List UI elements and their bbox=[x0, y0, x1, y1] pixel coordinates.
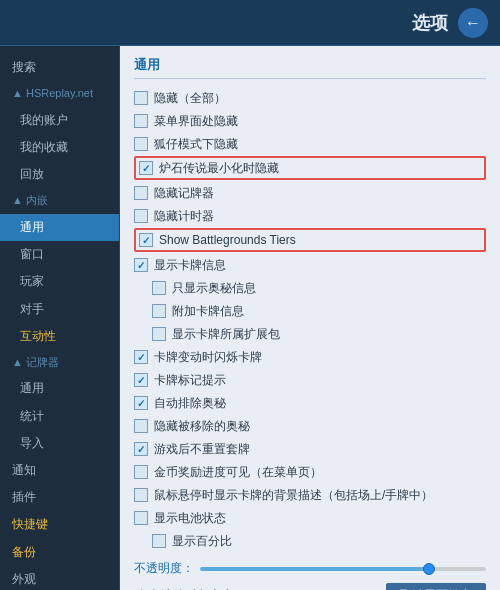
sidebar: 搜索 ▲ HSReplay.net 我的账户 我的收藏 回放 ▲ 内嵌 通用 窗… bbox=[0, 46, 120, 590]
checkbox-hide-mini[interactable] bbox=[134, 137, 148, 151]
label-show-percent: 显示百分比 bbox=[172, 532, 232, 550]
sidebar-item-window[interactable]: 窗口 bbox=[0, 241, 119, 268]
label-reset-deck: 游戏后不重置套牌 bbox=[154, 440, 250, 458]
label-mouse-desc: 鼠标悬停时显示卡牌的背景描述（包括场上/手牌中） bbox=[154, 486, 433, 504]
checkbox-show-expansion[interactable] bbox=[152, 327, 166, 341]
checkbox-hide-menu[interactable] bbox=[134, 114, 148, 128]
slider-thumb bbox=[423, 563, 435, 575]
sidebar-item-interactive[interactable]: 互动性 bbox=[0, 323, 119, 350]
checkbox-card-mark[interactable] bbox=[134, 373, 148, 387]
label-hide-timer: 隐藏计时器 bbox=[154, 207, 214, 225]
opacity-label: 不透明度： bbox=[134, 560, 194, 577]
checkbox-add-card-info[interactable] bbox=[152, 304, 166, 318]
sidebar-item-import[interactable]: 导入 bbox=[0, 430, 119, 457]
label-hide-removed: 隐藏被移除的奥秘 bbox=[154, 417, 250, 435]
label-show-bg-tiers: Show Battlegrounds Tiers bbox=[159, 231, 296, 249]
checkbox-show-bg-tiers[interactable] bbox=[139, 233, 153, 247]
option-hide-all: 隐藏（全部） bbox=[134, 87, 486, 109]
label-show-expansion: 显示卡牌所属扩展包 bbox=[172, 325, 280, 343]
sidebar-section-builtin: ▲ 内嵌 bbox=[0, 188, 119, 214]
checkbox-show-percent[interactable] bbox=[152, 534, 166, 548]
sidebar-item-appearance[interactable]: 外观 bbox=[0, 566, 119, 590]
page-title: 选项 bbox=[412, 11, 448, 35]
option-show-battery: 显示电池状态 bbox=[134, 507, 486, 529]
option-auto-secret: 自动排除奥秘 bbox=[134, 392, 486, 414]
opacity-slider[interactable] bbox=[200, 567, 486, 571]
option-mouse-desc: 鼠标悬停时显示卡牌的背景描述（包括场上/手牌中） bbox=[134, 484, 486, 506]
main-layout: 搜索 ▲ HSReplay.net 我的账户 我的收藏 回放 ▲ 内嵌 通用 窗… bbox=[0, 46, 500, 590]
checkbox-hide-removed[interactable] bbox=[134, 419, 148, 433]
label-flash-card: 卡牌变动时闪烁卡牌 bbox=[154, 348, 262, 366]
option-hide-timer: 隐藏计时器 bbox=[134, 205, 486, 227]
option-show-card-info: 显示卡牌信息 bbox=[134, 254, 486, 276]
unlock-button[interactable]: 取消界面锁定 bbox=[386, 583, 486, 590]
label-hide-all: 隐藏（全部） bbox=[154, 89, 226, 107]
option-only-secret: 只显示奥秘信息 bbox=[134, 277, 486, 299]
option-hide-deck: 隐藏记牌器 bbox=[134, 182, 486, 204]
option-gold-progress: 金币奖励进度可见（在菜单页） bbox=[134, 461, 486, 483]
label-only-secret: 只显示奥秘信息 bbox=[172, 279, 256, 297]
checkbox-reset-deck[interactable] bbox=[134, 442, 148, 456]
content-area: 通用 隐藏（全部） 菜单界面处隐藏 狐仔模式下隐藏 炉石传说最小化时隐藏 隐藏记… bbox=[120, 46, 500, 590]
option-hide-removed: 隐藏被移除的奥秘 bbox=[134, 415, 486, 437]
sidebar-item-my-account[interactable]: 我的账户 bbox=[0, 107, 119, 134]
back-button[interactable]: ← bbox=[458, 8, 488, 38]
sidebar-section-recorder: ▲ 记牌器 bbox=[0, 350, 119, 376]
checkbox-flash-card[interactable] bbox=[134, 350, 148, 364]
checkbox-auto-secret[interactable] bbox=[134, 396, 148, 410]
sidebar-item-plugin[interactable]: 插件 bbox=[0, 484, 119, 511]
sidebar-item-search[interactable]: 搜索 bbox=[0, 54, 119, 81]
sidebar-item-opponent[interactable]: 对手 bbox=[0, 296, 119, 323]
sidebar-item-backup[interactable]: 备份 bbox=[0, 539, 119, 566]
label-hide-menu: 菜单界面处隐藏 bbox=[154, 112, 238, 130]
label-auto-secret: 自动排除奥秘 bbox=[154, 394, 226, 412]
sidebar-item-my-collection[interactable]: 我的收藏 bbox=[0, 134, 119, 161]
option-card-mark: 卡牌标记提示 bbox=[134, 369, 486, 391]
sidebar-item-replay[interactable]: 回放 bbox=[0, 161, 119, 188]
label-hide-mini: 狐仔模式下隐藏 bbox=[154, 135, 238, 153]
sidebar-item-general[interactable]: 通用 bbox=[0, 214, 119, 241]
label-card-mark: 卡牌标记提示 bbox=[154, 371, 226, 389]
option-reset-deck: 游戏后不重置套牌 bbox=[134, 438, 486, 460]
checkbox-only-secret[interactable] bbox=[152, 281, 166, 295]
checkbox-hide-deck[interactable] bbox=[134, 186, 148, 200]
option-show-percent: 显示百分比 bbox=[134, 530, 486, 552]
opacity-row: 不透明度： bbox=[134, 560, 486, 577]
option-flash-card: 卡牌变动时闪烁卡牌 bbox=[134, 346, 486, 368]
option-hide-menu: 菜单界面处隐藏 bbox=[134, 110, 486, 132]
option-hide-mini: 狐仔模式下隐藏 bbox=[134, 133, 486, 155]
sidebar-item-player[interactable]: 玩家 bbox=[0, 268, 119, 295]
section-title: 通用 bbox=[134, 56, 486, 79]
sidebar-section-hsreplay: ▲ HSReplay.net bbox=[0, 81, 119, 107]
checkbox-show-battery[interactable] bbox=[134, 511, 148, 525]
checkbox-show-card-info[interactable] bbox=[134, 258, 148, 272]
label-gold-progress: 金币奖励进度可见（在菜单页） bbox=[154, 463, 322, 481]
sidebar-item-rec-general[interactable]: 通用 bbox=[0, 375, 119, 402]
label-hide-deck: 隐藏记牌器 bbox=[154, 184, 214, 202]
label-add-card-info: 附加卡牌信息 bbox=[172, 302, 244, 320]
sidebar-item-notify[interactable]: 通知 bbox=[0, 457, 119, 484]
label-show-card-info: 显示卡牌信息 bbox=[154, 256, 226, 274]
label-hide-hs-mini: 炉石传说最小化时隐藏 bbox=[159, 159, 279, 177]
sidebar-item-hotkey[interactable]: 快捷键 bbox=[0, 511, 119, 538]
option-show-bg-tiers-highlighted: Show Battlegrounds Tiers bbox=[134, 228, 486, 252]
sidebar-item-rec-stats[interactable]: 统计 bbox=[0, 403, 119, 430]
option-hide-hs-mini-highlighted: 炉石传说最小化时隐藏 bbox=[134, 156, 486, 180]
checkbox-mouse-desc[interactable] bbox=[134, 488, 148, 502]
checkbox-gold-progress[interactable] bbox=[134, 465, 148, 479]
label-show-battery: 显示电池状态 bbox=[154, 509, 226, 527]
checkbox-hide-all[interactable] bbox=[134, 91, 148, 105]
checkbox-hide-timer[interactable] bbox=[134, 209, 148, 223]
option-add-card-info: 附加卡牌信息 bbox=[134, 300, 486, 322]
move-scale-row: 移动/缩放对象大小： 取消界面锁定 bbox=[134, 583, 486, 590]
checkbox-hide-hs-mini[interactable] bbox=[139, 161, 153, 175]
option-show-expansion: 显示卡牌所属扩展包 bbox=[134, 323, 486, 345]
header: 选项 ← bbox=[0, 0, 500, 46]
